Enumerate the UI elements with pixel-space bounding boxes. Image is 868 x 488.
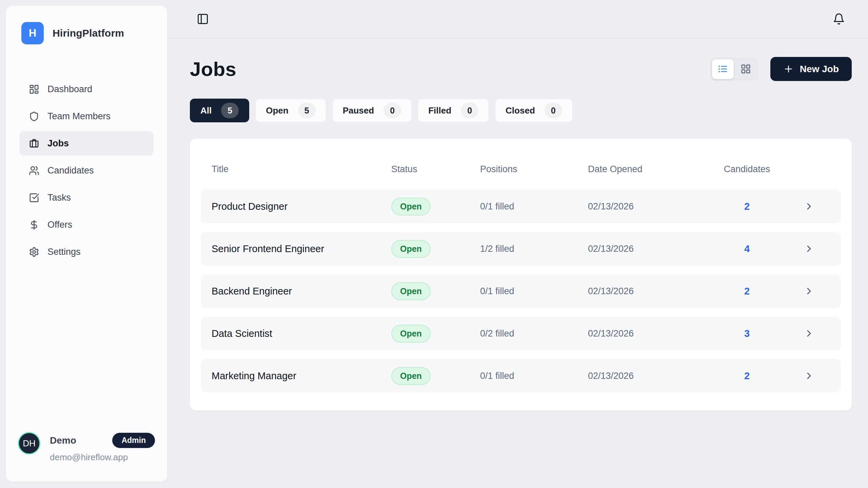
sidebar-item-team-members[interactable]: Team Members — [19, 104, 154, 128]
dollar-icon — [29, 220, 39, 230]
plus-icon — [783, 64, 794, 74]
status-badge: Open — [391, 282, 431, 300]
status-badge: Open — [391, 198, 431, 216]
status-filters: All 5 Open 5 Paused 0 Filled 0 Closed 0 — [190, 99, 852, 122]
job-title: Backend Engineer — [212, 286, 391, 297]
briefcase-icon — [29, 138, 39, 149]
filter-label: Open — [266, 105, 288, 116]
chevron-right-icon — [804, 243, 814, 254]
date-opened: 02/13/2026 — [588, 286, 706, 297]
filter-label: Paused — [343, 105, 374, 116]
row-open-button[interactable] — [804, 201, 814, 212]
sidebar-item-label: Candidates — [47, 165, 94, 176]
sidebar-item-jobs[interactable]: Jobs — [19, 131, 154, 156]
filter-closed[interactable]: Closed 0 — [495, 99, 573, 122]
user-info: Demo Admin demo@hireflow.app — [50, 432, 155, 463]
chevron-right-icon — [804, 370, 814, 381]
user-email: demo@hireflow.app — [50, 452, 155, 463]
status-badge: Open — [391, 240, 431, 258]
job-row[interactable]: Marketing Manager Open 0/1 filled 02/13/… — [201, 359, 841, 393]
panel-left-icon — [197, 13, 209, 25]
notifications-button[interactable] — [831, 11, 847, 27]
role-badge: Admin — [112, 433, 155, 448]
job-title: Product Designer — [212, 201, 391, 212]
candidates-count[interactable]: 3 — [706, 328, 788, 339]
filter-label: Closed — [506, 105, 535, 116]
sidebar-item-dashboard[interactable]: Dashboard — [19, 77, 154, 101]
brand-name: HiringPlatform — [53, 27, 124, 39]
date-opened: 02/13/2026 — [588, 371, 706, 381]
content: Jobs — [167, 57, 868, 410]
job-title: Marketing Manager — [212, 370, 391, 382]
sidebar-item-tasks[interactable]: Tasks — [19, 185, 154, 210]
filter-count-badge: 0 — [545, 103, 562, 118]
date-opened: 02/13/2026 — [588, 244, 706, 254]
candidates-count[interactable]: 2 — [706, 370, 788, 382]
grid-icon — [741, 64, 751, 74]
user-name: Demo — [50, 435, 76, 446]
column-header-status: Status — [391, 164, 480, 175]
filter-paused[interactable]: Paused 0 — [332, 99, 412, 122]
sidebar-item-label: Tasks — [47, 192, 71, 203]
bell-icon — [833, 13, 845, 25]
positions-filled: 0/2 filled — [480, 328, 588, 339]
main: Jobs — [167, 0, 868, 488]
new-job-button[interactable]: New Job — [770, 57, 852, 81]
brand-logo: H — [21, 22, 44, 44]
column-header-title: Title — [212, 164, 391, 175]
positions-filled: 0/1 filled — [480, 201, 588, 212]
sidebar-toggle-button[interactable] — [195, 11, 211, 27]
sidebar-item-label: Offers — [47, 220, 72, 230]
row-open-button[interactable] — [804, 243, 814, 254]
topbar — [167, 0, 868, 39]
brand: H HiringPlatform — [6, 6, 167, 44]
sidebar-nav: Dashboard Team Members Jobs — [6, 77, 167, 264]
jobs-table-header: Title Status Positions Date Opened Candi… — [201, 152, 841, 186]
filter-open[interactable]: Open 5 — [255, 99, 326, 122]
status-badge: Open — [391, 325, 431, 343]
avatar: DH — [18, 432, 40, 454]
sidebar-item-label: Jobs — [47, 138, 69, 149]
filter-all[interactable]: All 5 — [190, 99, 249, 122]
page-title: Jobs — [190, 58, 236, 80]
sidebar-item-offers[interactable]: Offers — [19, 212, 154, 237]
dashboard-icon — [29, 84, 39, 95]
new-job-label: New Job — [800, 64, 839, 75]
grid-view-button[interactable] — [735, 59, 757, 79]
row-open-button[interactable] — [804, 328, 814, 339]
chevron-right-icon — [804, 328, 814, 339]
row-open-button[interactable] — [804, 370, 814, 381]
gear-icon — [29, 247, 39, 257]
column-header-date-opened: Date Opened — [588, 164, 706, 175]
date-opened: 02/13/2026 — [588, 201, 706, 212]
candidates-count[interactable]: 2 — [706, 201, 788, 212]
chevron-right-icon — [804, 286, 814, 297]
sidebar-item-label: Settings — [47, 247, 81, 257]
head-controls: New Job — [710, 57, 852, 81]
user-section[interactable]: DH Demo Admin demo@hireflow.app — [6, 432, 167, 482]
filter-label: Filled — [428, 105, 451, 116]
list-view-button[interactable] — [712, 59, 734, 79]
page-head: Jobs — [190, 57, 852, 81]
job-row[interactable]: Senior Frontend Engineer Open 1/2 filled… — [201, 232, 841, 266]
sidebar-item-label: Team Members — [47, 111, 111, 122]
sidebar-item-settings[interactable]: Settings — [19, 240, 154, 264]
filter-filled[interactable]: Filled 0 — [418, 99, 489, 122]
users-icon — [29, 165, 39, 176]
status-badge: Open — [391, 367, 431, 385]
filter-count-badge: 0 — [383, 103, 401, 118]
candidates-count[interactable]: 2 — [706, 286, 788, 297]
job-row[interactable]: Backend Engineer Open 0/1 filled 02/13/2… — [201, 274, 841, 308]
list-icon — [717, 64, 728, 74]
job-row[interactable]: Product Designer Open 0/1 filled 02/13/2… — [201, 189, 841, 223]
column-header-candidates: Candidates — [706, 164, 788, 175]
sidebar-spacer — [6, 264, 167, 432]
shield-icon — [29, 111, 39, 122]
row-open-button[interactable] — [804, 286, 814, 297]
job-title: Data Scientist — [212, 328, 391, 339]
sidebar-item-candidates[interactable]: Candidates — [19, 158, 154, 183]
filter-count-badge: 5 — [221, 103, 239, 118]
filter-count-badge: 5 — [298, 103, 316, 118]
candidates-count[interactable]: 4 — [706, 243, 788, 255]
job-row[interactable]: Data Scientist Open 0/2 filled 02/13/202… — [201, 317, 841, 350]
